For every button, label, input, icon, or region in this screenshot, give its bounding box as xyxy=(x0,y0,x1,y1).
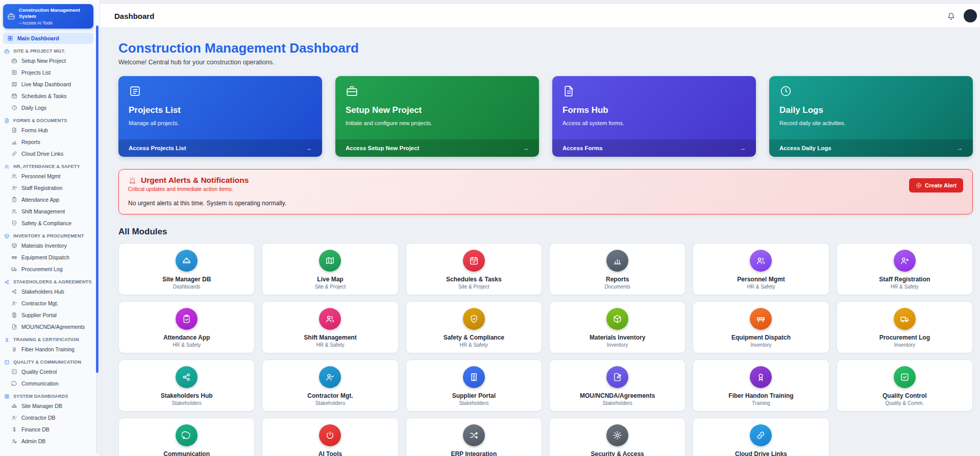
chart-icon xyxy=(11,139,17,145)
calendar-icon xyxy=(11,93,17,99)
sidebar-item-fiber-handon-training[interactable]: Fiber Handon Training xyxy=(7,344,93,355)
module-card-reports[interactable]: ReportsDocuments xyxy=(549,243,685,295)
sidebar-item-forms-hub[interactable]: Forms Hub xyxy=(7,125,93,136)
sidebar-item-procurement-log[interactable]: Procurement Log xyxy=(7,263,93,275)
sidebar-item-personnel-mgmt[interactable]: Personnel Mgmt xyxy=(7,171,93,182)
hero-card-description: Record daily site activities. xyxy=(779,120,963,126)
sidebar-item-cloud-drive-links[interactable]: Cloud Drive Links xyxy=(7,148,93,159)
module-card-live-map[interactable]: Live MapSite & Project xyxy=(262,243,398,295)
sidebar-item-contractor-mgt[interactable]: Contractor Mgt. xyxy=(7,298,93,309)
module-card-quality-control[interactable]: Quality ControlQuality & Comm. xyxy=(837,359,973,412)
hero-card-cta[interactable]: Access Forms→ xyxy=(552,139,756,157)
module-title: Live Map xyxy=(266,276,394,283)
sidebar-scrollbar-thumb[interactable] xyxy=(96,26,99,373)
module-category: HR & Safety xyxy=(266,342,394,348)
sidebar-item-label: Shift Management xyxy=(21,208,65,214)
award-icon xyxy=(756,372,766,382)
sidebar-item-live-map-dashboard[interactable]: Live Map Dashboard xyxy=(7,79,93,90)
sidebar-item-site-manager-db[interactable]: Site Manager DB xyxy=(7,400,93,412)
hero-card-projects-list[interactable]: Projects ListManage all projects.Access … xyxy=(118,76,322,157)
app-title: Construction Management System xyxy=(19,7,89,20)
hero-cta-label: Access Forms xyxy=(562,145,603,151)
module-card-erp-integration[interactable]: ERP IntegrationAI & System xyxy=(406,418,542,456)
hero-card-daily-logs[interactable]: Daily LogsRecord daily site activities.A… xyxy=(769,76,973,157)
sidebar-item-mou-ncnda-agreements[interactable]: MOU/NCNDA/Agreements xyxy=(7,321,93,332)
notifications-bell-icon[interactable] xyxy=(947,12,955,20)
module-card-site-manager-db[interactable]: Site Manager DBDashboards xyxy=(118,243,255,295)
module-card-mou-ncnda-agreements[interactable]: MOU/NCNDA/AgreementsStakeholders xyxy=(549,359,685,412)
sidebar-item-quality-control[interactable]: Quality Control xyxy=(7,366,93,377)
sidebar-item-label: Attendance App xyxy=(21,197,59,203)
sidebar-item-shift-management[interactable]: Shift Management xyxy=(7,206,93,217)
module-card-security-access[interactable]: Security & AccessAI & System xyxy=(549,418,685,456)
sidebar-item-admin-db[interactable]: Admin DB xyxy=(7,436,93,447)
hero-card-setup-new-project[interactable]: Setup New ProjectInitiate and configure … xyxy=(335,76,539,157)
module-card-staff-registration[interactable]: Staff RegistrationHR & Safety xyxy=(837,243,973,295)
module-title: Contractor Mgt. xyxy=(266,392,394,399)
sidebar-item-supplier-portal[interactable]: Supplier Portal xyxy=(7,309,93,321)
module-card-supplier-portal[interactable]: Supplier PortalStakeholders xyxy=(406,359,542,412)
module-card-personnel-mgmt[interactable]: Personnel MgmtHR & Safety xyxy=(693,243,829,295)
sidebar-item-staff-registration[interactable]: Staff Registration xyxy=(7,182,93,194)
arrow-right-icon: → xyxy=(740,145,746,151)
hero-card-forms-hub[interactable]: Forms HubAccess all system forms.Access … xyxy=(552,76,756,157)
module-card-cloud-drive-links[interactable]: Cloud Drive LinksDocuments xyxy=(693,418,829,456)
sidebar-item-communication[interactable]: Communication xyxy=(7,378,93,389)
sidebar-item-contractor-db[interactable]: Contractor DB xyxy=(7,412,93,423)
sidebar-item-attendance-app[interactable]: Attendance App xyxy=(7,194,93,205)
sidebar-item-reports[interactable]: Reports xyxy=(7,136,93,148)
module-card-fiber-handon-training[interactable]: Fiber Handon TrainingTraining xyxy=(693,359,829,412)
module-card-materials-inventory[interactable]: Materials InventoryInventory xyxy=(549,301,685,353)
hero-card-cta[interactable]: Access Projects List→ xyxy=(118,139,322,157)
file-icon xyxy=(11,127,17,133)
sidebar-section-system-dashboards: SYSTEM DASHBOARDS xyxy=(4,394,93,399)
sidebar-item-projects-list[interactable]: Projects List xyxy=(7,67,93,78)
module-icon-circle xyxy=(176,308,198,330)
sidebar-item-setup-new-project[interactable]: Setup New Project xyxy=(7,55,93,66)
app-logo-card[interactable]: Construction Management System – Access … xyxy=(3,4,93,29)
module-icon-circle xyxy=(319,308,341,330)
module-card-attendance-app[interactable]: Attendance AppHR & Safety xyxy=(118,301,255,353)
module-card-shift-management[interactable]: Shift ManagementHR & Safety xyxy=(262,301,398,353)
hero-card-cta[interactable]: Access Daily Logs→ xyxy=(769,139,973,157)
check-square-icon xyxy=(900,372,910,382)
sidebar-item-daily-logs[interactable]: Daily Logs xyxy=(7,102,93,113)
module-card-stakeholders-hub[interactable]: Stakeholders HubStakeholders xyxy=(118,359,255,412)
sidebar-item-schedules-tasks[interactable]: Schedules & Tasks xyxy=(7,90,93,102)
module-card-equipment-dispatch[interactable]: Equipment DispatchInventory xyxy=(693,301,829,353)
user-avatar[interactable] xyxy=(964,9,977,22)
create-alert-button[interactable]: Create Alert xyxy=(909,178,963,193)
module-title: Staff Registration xyxy=(841,276,968,283)
hero-card-cta[interactable]: Access Setup New Project→ xyxy=(335,139,539,157)
sidebar-section-stakeholders-agreements: STAKEHOLDERS & AGREEMENTS xyxy=(4,279,93,285)
chat-icon xyxy=(11,380,17,387)
map-icon xyxy=(325,256,335,266)
file-icon xyxy=(562,85,575,98)
hero-cta-label: Access Setup New Project xyxy=(346,145,419,151)
sidebar-item-main-dashboard[interactable]: Main Dashboard xyxy=(3,33,93,44)
module-card-procurement-log[interactable]: Procurement LogInventory xyxy=(837,301,973,353)
module-card-safety-compliance[interactable]: Safety & ComplianceHR & Safety xyxy=(406,301,542,353)
sidebar-item-finance-db[interactable]: Finance DB xyxy=(7,424,93,435)
sidebar-item-equipment-dispatch[interactable]: Equipment Dispatch xyxy=(7,252,93,263)
sidebar-item-stakeholders-hub[interactable]: Stakeholders Hub xyxy=(7,286,93,297)
module-card-ai-tools[interactable]: AI ToolsAI & System xyxy=(262,418,398,456)
sidebar-scrollbar-track[interactable] xyxy=(96,26,99,454)
header-actions xyxy=(947,9,977,22)
file-icon xyxy=(4,118,10,124)
sidebar-item-materials-inventory[interactable]: Materials Inventory xyxy=(7,240,93,251)
module-card-communication[interactable]: CommunicationQuality & Comms xyxy=(118,418,255,456)
module-category: Training xyxy=(697,400,824,406)
clipboard-check-icon xyxy=(182,314,191,324)
sidebar-section-label: HR, ATTENDANCE & SAFETY xyxy=(13,164,80,169)
sidebar-item-label: Contractor Mgt. xyxy=(21,300,58,306)
alert-status-message: No urgent alerts at this time. System is… xyxy=(128,200,286,207)
main-area: Dashboard Construction Management Dashbo… xyxy=(100,0,980,456)
sidebar-item-label: Equipment Dispatch xyxy=(21,254,69,260)
award-icon xyxy=(11,346,17,352)
sidebar-section-label: STAKEHOLDERS & AGREEMENTS xyxy=(13,279,92,284)
sidebar-item-safety-compliance[interactable]: Safety & Compliance xyxy=(7,218,93,229)
module-card-schedules-tasks[interactable]: Schedules & TasksSite & Project xyxy=(406,243,542,295)
module-card-contractor-mgt[interactable]: Contractor Mgt.Stakeholders xyxy=(262,359,398,412)
module-icon-circle xyxy=(606,308,628,330)
